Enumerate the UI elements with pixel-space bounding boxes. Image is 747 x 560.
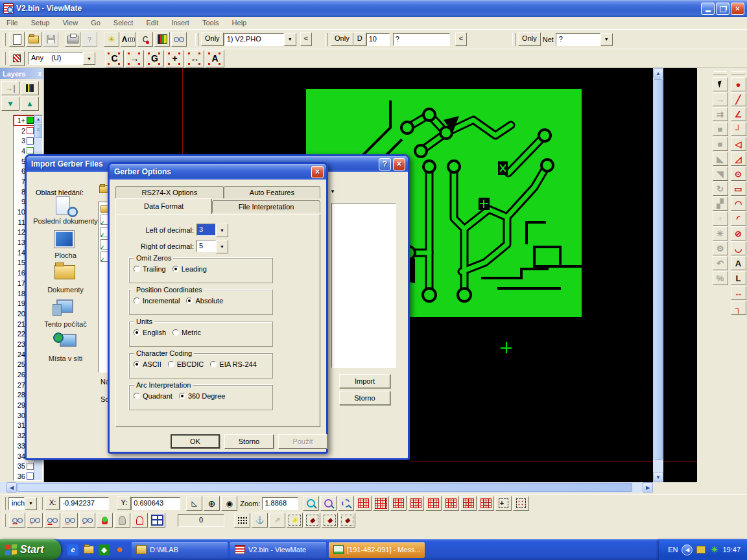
- radio-ebcdic[interactable]: EBCDIC: [168, 360, 204, 368]
- place-plocha[interactable]: Plocha: [33, 231, 98, 259]
- chevron-down-icon[interactable]: ▼: [83, 52, 95, 65]
- menu-view[interactable]: View: [56, 17, 84, 29]
- unit-combo[interactable]: inch ▼: [8, 497, 37, 510]
- language-indicator[interactable]: EN: [668, 546, 678, 554]
- only-dcode-button[interactable]: Only: [331, 32, 353, 46]
- chevron-down-icon[interactable]: ▼: [330, 189, 335, 194]
- corner-tool[interactable]: ┐: [731, 301, 746, 315]
- zoom-grid-out-button[interactable]: □: [460, 496, 477, 511]
- toolbar-grip[interactable]: [713, 71, 727, 75]
- menu-file[interactable]: File: [0, 17, 25, 29]
- toolbar-grip[interactable]: [731, 71, 745, 75]
- pad-select-button[interactable]: C: [137, 32, 153, 47]
- import-button[interactable]: Import: [339, 374, 390, 388]
- selection-mode-button[interactable]: [9, 51, 25, 66]
- origin-crosshair-button[interactable]: ⊕: [204, 496, 220, 511]
- place-dokumenty[interactable]: Dokumenty: [33, 265, 98, 294]
- radio-quadrant[interactable]: Quadrant: [134, 392, 172, 400]
- ok-button[interactable]: OK: [171, 434, 220, 449]
- label-tool[interactable]: L: [731, 271, 746, 285]
- right-of-decimal-combo[interactable]: 5▼: [196, 240, 228, 252]
- zoom-field[interactable]: 1.8868: [262, 497, 298, 510]
- text-toggle-button[interactable]: A: [206, 50, 224, 67]
- angle-button[interactable]: ◺: [186, 496, 202, 511]
- select-area-button[interactable]: +: [495, 496, 512, 511]
- print-button[interactable]: [65, 32, 80, 47]
- menu-go[interactable]: Go: [84, 17, 107, 29]
- view-pads-button[interactable]: ▬: [44, 513, 60, 528]
- dcode-filter-field[interactable]: ?: [393, 33, 450, 46]
- component-toggle-button[interactable]: C: [105, 50, 124, 67]
- close-button[interactable]: ×: [311, 166, 324, 178]
- ghost-move-button[interactable]: ⇗: [269, 513, 285, 528]
- menu-edit[interactable]: Edit: [139, 17, 165, 29]
- storno-button[interactable]: Storno: [224, 434, 274, 449]
- tab-data-format[interactable]: Data Format: [115, 198, 212, 214]
- task-191-482-091-mess[interactable]: [191-482-091] - Mess...: [329, 542, 425, 558]
- menu-setup[interactable]: Setup: [25, 17, 56, 29]
- radio-360-degree[interactable]: 360 Degree: [179, 392, 226, 400]
- radio-trailing[interactable]: Trailing: [134, 265, 166, 273]
- radio-eia-rs-244[interactable]: EIA RS-244: [210, 360, 256, 368]
- arrow-toggle-button[interactable]: →: [125, 50, 144, 67]
- chevron-down-icon[interactable]: ▼: [216, 240, 228, 253]
- dcode-button[interactable]: D: [353, 32, 366, 46]
- zoom-grid-in-button[interactable]: □: [478, 496, 494, 511]
- start-button[interactable]: Start: [0, 539, 61, 560]
- scrollbar-thumb[interactable]: [18, 483, 632, 492]
- view-trace-button[interactable]: —: [62, 513, 78, 528]
- aperture-button[interactable]: Λ: [121, 32, 136, 47]
- firefox-icon[interactable]: ●: [114, 544, 125, 555]
- line-tool[interactable]: ╱: [731, 92, 746, 106]
- selected-files-list[interactable]: [331, 203, 396, 368]
- highlight-on-button[interactable]: [97, 513, 113, 528]
- close-icon[interactable]: x: [38, 70, 42, 77]
- layer-combo[interactable]: 1) V2.PHO ▼: [224, 33, 296, 46]
- move-layer-up-button[interactable]: ▲: [21, 97, 39, 111]
- tab-rs274-x-options[interactable]: RS274-X Options: [115, 186, 224, 198]
- window-layout-button[interactable]: [149, 513, 165, 528]
- zoom-select-button[interactable]: [320, 496, 337, 511]
- radio-incremental[interactable]: Incremental: [134, 297, 180, 305]
- chevron-down-icon[interactable]: ▼: [600, 33, 613, 46]
- measure-view-button[interactable]: [171, 32, 187, 47]
- arc-left-tool[interactable]: ◜: [731, 211, 746, 226]
- new-file-button[interactable]: [9, 32, 25, 47]
- highlight-outline-button[interactable]: [132, 513, 148, 528]
- pad-toggle-button[interactable]: +: [165, 50, 184, 67]
- place-m-sta-v-s-ti[interactable]: Místa v síti: [33, 334, 98, 362]
- grid-dots-button[interactable]: [234, 513, 250, 528]
- messenger-flower-icon[interactable]: ✳: [709, 545, 718, 554]
- scroll-up-icon[interactable]: ▲: [34, 115, 42, 123]
- scroll-down-icon[interactable]: ▼: [653, 472, 663, 482]
- radio-leading[interactable]: Leading: [172, 265, 207, 273]
- selection-filter-combo[interactable]: Any (U) ▼: [28, 52, 95, 65]
- pan-up-button[interactable]: ↑: [443, 496, 459, 511]
- collapse-chevron-icon[interactable]: ◀: [682, 544, 693, 555]
- slash-circle-tool[interactable]: ⊘: [731, 226, 746, 240]
- open-angle-tool[interactable]: ◁: [731, 137, 746, 151]
- grid-value-field[interactable]: 0: [178, 514, 224, 527]
- redraw-button[interactable]: [373, 496, 389, 511]
- x-coordinate-field[interactable]: -0.942237: [60, 497, 109, 510]
- restore-button[interactable]: [716, 3, 729, 15]
- blink-dot-button[interactable]: ◆: [339, 513, 355, 528]
- trace-toggle-button[interactable]: ↔: [185, 50, 204, 67]
- tab-auto-features[interactable]: Auto Features: [224, 186, 320, 198]
- help-button[interactable]: ?: [379, 158, 391, 170]
- place-posledn-dokumenty[interactable]: Poslední dokumenty: [33, 196, 98, 225]
- chevron-down-icon[interactable]: ▼: [284, 33, 296, 46]
- only-layer-button[interactable]: Only: [201, 32, 224, 46]
- menu-insert[interactable]: Insert: [165, 17, 196, 29]
- view-sketch-button[interactable]: ~: [79, 513, 95, 528]
- left-of-decimal-combo[interactable]: 3▼: [196, 224, 228, 236]
- rectangle-tool[interactable]: ▭: [731, 181, 746, 196]
- scroll-left-icon[interactable]: ◀: [6, 482, 17, 493]
- task-d-mlab[interactable]: D:\MLAB: [132, 542, 228, 558]
- place-tento-po-ta[interactable]: Tento počítač: [33, 299, 98, 328]
- scroll-up-icon[interactable]: ▲: [653, 68, 663, 78]
- gerber-toggle-button[interactable]: G: [145, 50, 164, 67]
- chevron-down-icon[interactable]: ▼: [216, 224, 228, 237]
- arc-bottom-tool[interactable]: ◡: [731, 241, 746, 255]
- zoom-in-button[interactable]: [303, 496, 319, 511]
